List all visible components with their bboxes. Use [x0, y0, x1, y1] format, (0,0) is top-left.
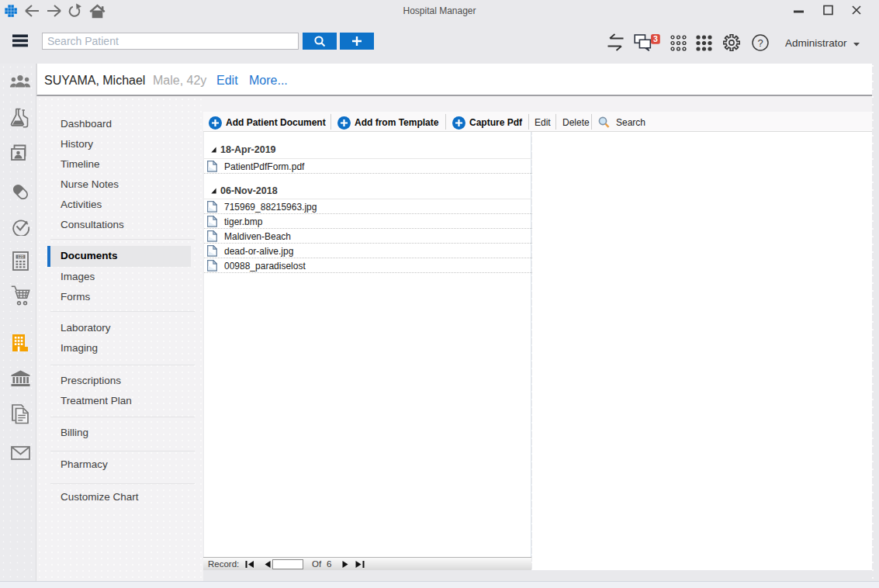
svg-text:123: 123	[17, 255, 23, 259]
svg-text:?: ?	[757, 37, 763, 49]
svg-text:3: 3	[653, 34, 658, 43]
